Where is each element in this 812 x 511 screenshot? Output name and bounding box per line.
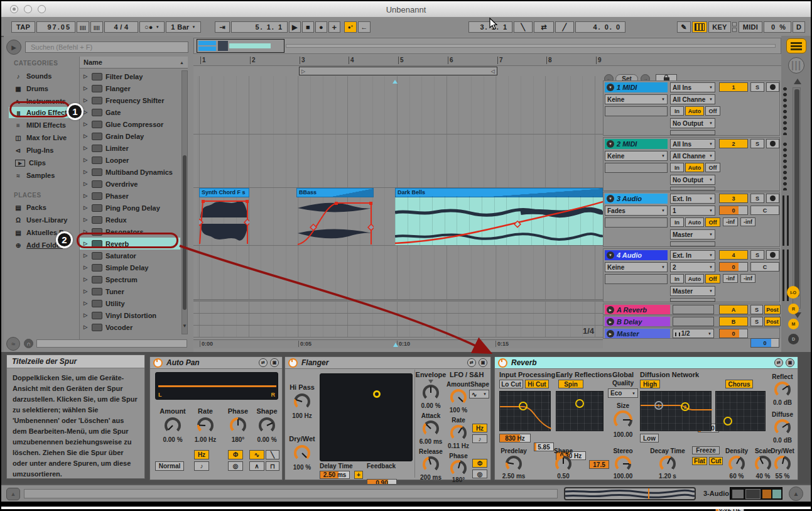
hipass-knob[interactable] xyxy=(294,393,310,410)
device-title-bar[interactable]: Reverb ⇄▣ xyxy=(495,357,798,369)
monitor-off-button[interactable]: Off xyxy=(705,163,720,172)
metronome-button[interactable]: ○●▼ xyxy=(139,21,165,33)
track-activator[interactable]: 1 xyxy=(719,82,748,92)
monitor-auto-button[interactable]: Auto xyxy=(685,106,704,116)
release-knob[interactable] xyxy=(423,456,439,473)
drywet-knob[interactable] xyxy=(294,445,310,461)
low-shelf-button[interactable]: Low xyxy=(640,434,659,442)
track-header-1-midi[interactable]: ▼1 MIDI All Ins 1 S Keine All Channe In … xyxy=(603,80,780,136)
track-name-bar[interactable]: ▶B Delay xyxy=(605,317,670,326)
preview-scrub-bar[interactable] xyxy=(36,339,187,348)
spin-button[interactable]: Spin xyxy=(558,380,583,388)
lfo-sync-button[interactable]: ♪ xyxy=(472,434,487,443)
sidebar-item-clips[interactable]: ▶Clips xyxy=(9,157,78,168)
hot-swap-icon[interactable]: ⇄ xyxy=(467,358,476,367)
freeze-button[interactable]: Freeze xyxy=(692,446,720,454)
browser-scrollbar[interactable] xyxy=(181,70,188,334)
size-knob[interactable] xyxy=(614,410,632,429)
disclosure-icon[interactable]: ▷ xyxy=(84,277,89,282)
track-name-bar[interactable]: ▼4 Audio xyxy=(605,250,668,260)
output-type-select[interactable]: No Output xyxy=(670,175,715,185)
lfo-phase-knob[interactable] xyxy=(450,460,467,476)
disclosure-icon[interactable]: ▷ xyxy=(84,97,89,103)
filter-handle[interactable] xyxy=(519,402,528,410)
track-activator[interactable]: A xyxy=(719,305,748,314)
disclosure-icon[interactable]: ▷ xyxy=(84,74,89,79)
track-name-bar[interactable]: ▼1 MIDI xyxy=(605,82,668,92)
save-preset-icon[interactable]: ▣ xyxy=(270,358,279,367)
device-chain-overview[interactable] xyxy=(730,487,782,500)
io-section-toggle[interactable]: I-O xyxy=(787,286,799,299)
default-clip-select[interactable]: Keine xyxy=(605,151,668,161)
list-item-limiter[interactable]: ▷Limiter xyxy=(80,142,180,154)
list-item-phaser[interactable]: ▷Phaser xyxy=(80,190,180,202)
record-button[interactable]: ● xyxy=(315,21,327,33)
high-shelf-handle[interactable]: 2 xyxy=(681,402,690,411)
mixer-section-toggle[interactable]: M xyxy=(788,319,799,329)
tap-tempo-button[interactable]: TAP xyxy=(11,21,35,33)
play-button[interactable]: ▶ xyxy=(289,21,301,33)
disclosure-icon[interactable]: ▷ xyxy=(84,265,89,270)
env-amount-knob[interactable] xyxy=(423,385,439,401)
track-activator[interactable]: 4 xyxy=(719,250,748,260)
scroll-down-icon[interactable]: ▼ xyxy=(181,323,188,329)
rate-sync-button[interactable]: ♪ xyxy=(194,461,209,471)
input-channel-select[interactable]: All Channe xyxy=(670,151,715,161)
computer-midi-keyboard-button[interactable] xyxy=(692,21,707,33)
diffusion-graph[interactable]: 1 2 xyxy=(640,391,712,431)
fold-track-icon[interactable]: ▼ xyxy=(607,195,614,202)
disclosure-icon[interactable]: ▷ xyxy=(84,157,89,163)
loop-brace[interactable]: ▷ ◁ xyxy=(299,67,497,75)
track-lanes[interactable]: Synth Chord F s BBass xyxy=(193,76,603,338)
lfo-shape-select[interactable]: ∿ xyxy=(469,390,489,398)
device-auto-pan[interactable]: Auto Pan ⇄▣ L R Amount 0.00 % Rate 1.00 … xyxy=(149,356,283,480)
input-channel-select[interactable]: All Channe xyxy=(670,94,715,104)
shape-knob[interactable] xyxy=(259,417,275,434)
decay-time-knob[interactable] xyxy=(659,456,676,472)
disclosure-icon[interactable]: ▷ xyxy=(84,145,89,151)
solo-button[interactable]: S xyxy=(750,194,764,203)
arrangement-scrollbar[interactable] xyxy=(793,87,801,309)
pan-slider[interactable]: C xyxy=(750,262,779,272)
input-freq-slider[interactable]: 830 Hz xyxy=(499,434,531,442)
hot-swap-icon[interactable]: ⇄ xyxy=(259,358,268,367)
density-knob[interactable] xyxy=(728,456,745,472)
spin-amount-slider[interactable]: 17.5 xyxy=(589,460,609,469)
solo-button[interactable]: S xyxy=(750,82,764,92)
return-track-a-reverb[interactable]: ▶A Reverb A S Post xyxy=(603,304,780,315)
decay-time-value[interactable]: 1.20 s xyxy=(646,473,690,480)
list-item-vinyl-distortion[interactable]: ▷Vinyl Distortion xyxy=(80,309,180,321)
lfo-amount-value[interactable]: 100 % xyxy=(443,407,474,414)
play-icon[interactable]: ▶ xyxy=(607,330,614,338)
scrollbar-thumb[interactable] xyxy=(794,89,799,297)
sidebar-item-sounds[interactable]: ♪Sounds xyxy=(9,70,78,82)
flanger-xy-pad[interactable] xyxy=(320,373,413,461)
waveform-triangle-button[interactable]: ∧ xyxy=(249,461,264,471)
arrangement-view-selector[interactable] xyxy=(786,38,806,53)
waveform-saw-button[interactable]: ╲ xyxy=(266,450,279,459)
list-item-tuner[interactable]: ▷Tuner xyxy=(80,285,180,297)
disclosure-icon[interactable]: ▷ xyxy=(84,121,89,127)
list-item-spectrum[interactable]: ▷Spectrum xyxy=(80,273,180,285)
session-view-selector[interactable]: ||| xyxy=(788,57,804,74)
cut-button[interactable]: Cut xyxy=(709,457,723,465)
list-header[interactable]: Name▲ xyxy=(80,57,188,69)
drywet-value[interactable]: 55 % xyxy=(767,473,798,480)
predelay-value[interactable]: 2.50 ms xyxy=(496,473,531,480)
lfo-hz-button[interactable]: Hz xyxy=(472,424,487,432)
drywet-value[interactable]: 100 % xyxy=(288,464,317,471)
chorus-button[interactable]: Chorus xyxy=(725,380,753,388)
save-preset-icon[interactable]: ▣ xyxy=(479,358,487,367)
chorus-graph[interactable] xyxy=(715,391,766,431)
master-track-header[interactable]: ▶Master 1/2 0 0 xyxy=(603,327,780,339)
device-activator-icon[interactable] xyxy=(288,358,298,368)
disclosure-icon[interactable]: ▷ xyxy=(84,85,89,91)
device-title-bar[interactable]: Flanger ⇄▣ xyxy=(285,357,490,369)
post-button[interactable]: Post xyxy=(764,305,781,314)
track-activator[interactable]: B xyxy=(719,317,748,326)
flat-button[interactable]: Flat xyxy=(692,457,707,465)
stop-button[interactable]: ■ xyxy=(302,21,314,33)
input-channel-select[interactable]: 1 xyxy=(670,206,715,216)
automation-arm-button[interactable]: ●° xyxy=(344,21,357,33)
shape-value[interactable]: 0.00 % xyxy=(251,436,283,443)
